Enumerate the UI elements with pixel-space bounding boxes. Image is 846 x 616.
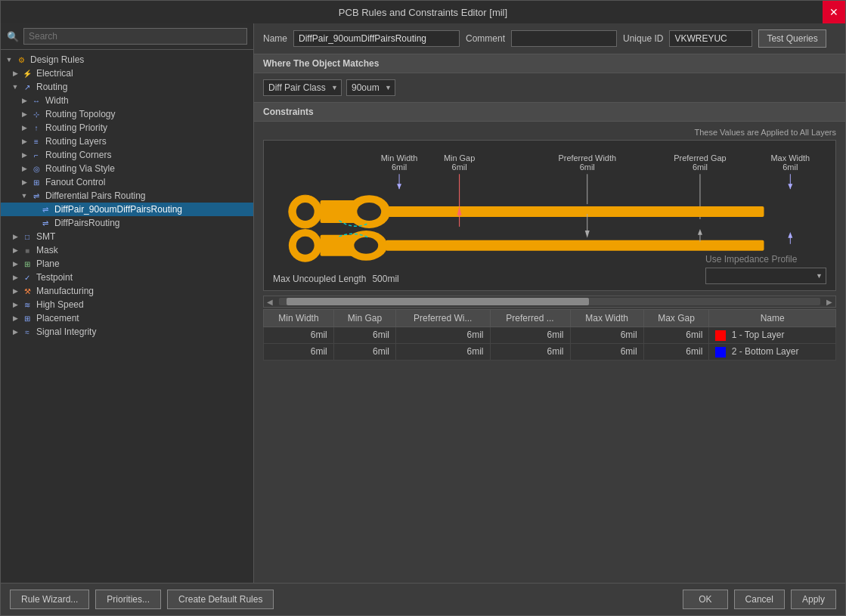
priority-label: Routing Priority (45, 122, 107, 133)
sidebar-item-fanout-control[interactable]: ▶ ⊞ Fanout Control (1, 175, 253, 189)
constraints-body: These Values are Applied to All Layers M… (254, 122, 845, 583)
comment-label: Comment (466, 33, 505, 44)
cancel-button[interactable]: Cancel (734, 590, 785, 609)
signal-integrity-icon: ≈ (20, 327, 34, 337)
rule-wizard-button[interactable]: Rule Wizard... (10, 590, 89, 609)
sidebar-item-smt[interactable]: ▶ □ SMT (1, 230, 253, 243)
width-arrow: ▶ (19, 97, 29, 104)
testpoint-icon: ✓ (20, 272, 34, 283)
sidebar-item-placement[interactable]: ▶ ⊞ Placement (1, 311, 253, 325)
sidebar-item-plane[interactable]: ▶ ⊞ Plane (1, 257, 253, 271)
tree-root-label: Design Rules (30, 54, 84, 65)
svg-marker-18 (788, 184, 792, 189)
layers-label: Routing Layers (45, 136, 107, 147)
impedance-dropdown[interactable] (705, 268, 826, 284)
sidebar-item-routing-layers[interactable]: ▶ ≡ Routing Layers (1, 135, 253, 148)
filter2-dropdown[interactable]: 90oum (346, 79, 395, 96)
impedance-wrapper[interactable] (705, 268, 826, 284)
manufacturing-arrow: ▶ (10, 287, 20, 295)
layers-arrow: ▶ (19, 138, 29, 145)
svg-marker-34 (585, 231, 590, 238)
mask-arrow: ▶ (10, 246, 20, 254)
sidebar-item-diff-pairs-routing[interactable]: ▼ ⇌ Differential Pairs Routing (1, 189, 253, 203)
filter2-wrapper[interactable]: 90oum (346, 79, 395, 96)
topology-label: Routing Topology (45, 109, 116, 119)
col-min-gap: Min Gap (333, 310, 395, 327)
diff-pairs-label: Differential Pairs Routing (45, 190, 146, 201)
apply-button[interactable]: Apply (791, 590, 836, 609)
constraints-table: Min Width Min Gap Preferred Wi... Prefer… (263, 309, 836, 361)
testpoint-label: Testpoint (36, 272, 73, 283)
sidebar-item-diffpairsrouting[interactable]: ⇌ DiffPairsRouting (1, 216, 253, 230)
row2-max-width: 6mil (570, 343, 643, 360)
sidebar-item-routing-topology[interactable]: ▶ ⊹ Routing Topology (1, 107, 253, 121)
row1-max-gap: 6mil (643, 327, 709, 344)
row1-pref-width: 6mil (396, 327, 490, 344)
sidebar-item-manufacturing[interactable]: ▶ ⚒ Manufacturing (1, 284, 253, 298)
topology-icon: ⊹ (29, 109, 43, 119)
row1-pref-gap: 6mil (490, 327, 570, 344)
close-button[interactable]: ✕ (823, 1, 845, 23)
row1-min-width: 6mil (264, 327, 334, 344)
diffpair90-icon: ⇌ (39, 204, 52, 215)
constraints-section: Constraints These Values are Applied to … (254, 103, 845, 583)
test-queries-button[interactable]: Test Queries (758, 29, 826, 48)
sidebar-item-testpoint[interactable]: ▶ ✓ Testpoint (1, 271, 253, 284)
topology-arrow: ▶ (19, 110, 29, 118)
sidebar-item-routing-via-style[interactable]: ▶ ◎ Routing Via Style (1, 162, 253, 175)
table-row: 6mil 6mil 6mil 6mil 6mil 6mil 1 - Top La… (264, 327, 836, 344)
sidebar-item-diffpair-90oum[interactable]: ⇌ DiffPair_90oumDiffPairsRouting (1, 203, 253, 216)
svg-text:6mil: 6mil (392, 163, 407, 172)
sidebar-item-high-speed[interactable]: ▶ ≋ High Speed (1, 298, 253, 311)
svg-text:6mil: 6mil (693, 163, 708, 172)
manufacturing-label: Manufacturing (36, 286, 94, 296)
diff-pairs-icon: ⇌ (29, 190, 43, 201)
tree: ▼ ⚙ Design Rules ▶ ⚡ Electrical ▼ ↗ Rout… (1, 50, 253, 583)
sidebar-item-routing-corners[interactable]: ▶ ⌐ Routing Corners (1, 148, 253, 162)
svg-rect-24 (388, 206, 764, 217)
impedance-label: Use Impedance Profile (705, 254, 797, 265)
uid-input[interactable] (669, 30, 752, 47)
row1-name: 1 - Top Layer (709, 327, 836, 344)
col-max-gap: Max Gap (643, 310, 709, 327)
create-default-button[interactable]: Create Default Rules (167, 590, 274, 609)
priorities-button[interactable]: Priorities... (95, 590, 161, 609)
bottom-bar: Rule Wizard... Priorities... Create Defa… (1, 583, 845, 615)
electrical-label: Electrical (36, 68, 73, 79)
scroll-thumb (287, 298, 589, 305)
search-bar: 🔍 (1, 23, 253, 50)
row2-max-gap: 6mil (643, 343, 709, 360)
sidebar-item-routing[interactable]: ▼ ↗ Routing (1, 80, 253, 94)
routing-label: Routing (36, 82, 67, 92)
via-style-label: Routing Via Style (45, 163, 115, 174)
comment-input[interactable] (511, 30, 617, 47)
priority-arrow: ▶ (19, 124, 29, 132)
diffpairsrouting-label: DiffPairsRouting (54, 218, 119, 228)
col-pref-gap: Preferred ... (490, 310, 570, 327)
max-uncoupled-label: Max Uncoupled Length (273, 274, 366, 284)
filter1-wrapper[interactable]: Diff Pair Class (263, 79, 342, 96)
horizontal-scrollbar[interactable]: ◀ ▶ (263, 296, 836, 308)
sidebar-item-electrical[interactable]: ▶ ⚡ Electrical (1, 67, 253, 80)
sidebar-item-width[interactable]: ▶ ↔ Width (1, 94, 253, 107)
filter1-dropdown[interactable]: Diff Pair Class (263, 79, 342, 96)
svg-text:Preferred Gap: Preferred Gap (674, 153, 726, 163)
diffpairsrouting-icon: ⇌ (39, 218, 52, 228)
width-label: Width (45, 95, 69, 106)
fanout-icon: ⊞ (29, 177, 43, 187)
sidebar-item-signal-integrity[interactable]: ▶ ≈ Signal Integrity (1, 325, 253, 339)
svg-text:6mil: 6mil (452, 163, 467, 172)
search-input[interactable] (23, 28, 247, 45)
table-section: Min Width Min Gap Preferred Wi... Prefer… (263, 309, 836, 361)
via-style-icon: ◎ (29, 163, 43, 174)
uid-label: Unique ID (623, 33, 663, 44)
sidebar-item-mask[interactable]: ▶ ■ Mask (1, 243, 253, 257)
ok-button[interactable]: OK (683, 590, 727, 609)
sidebar-item-routing-priority[interactable]: ▶ ↑ Routing Priority (1, 121, 253, 135)
row1-max-width: 6mil (570, 327, 643, 344)
tree-root[interactable]: ▼ ⚙ Design Rules (1, 53, 253, 67)
mask-label: Mask (36, 245, 58, 255)
svg-text:6mil: 6mil (782, 163, 798, 172)
svg-point-26 (296, 237, 315, 255)
rule-name-input[interactable] (293, 30, 460, 47)
